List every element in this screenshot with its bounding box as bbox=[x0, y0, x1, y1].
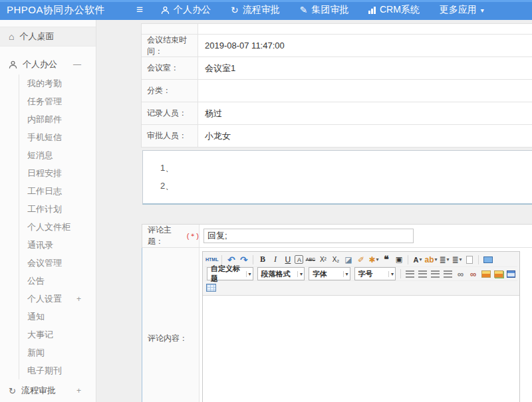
collapse-icon[interactable]: — bbox=[73, 60, 81, 69]
sidebar-item-meeting-management[interactable]: 会议管理 bbox=[19, 254, 96, 272]
edit-icon: ✎ bbox=[300, 5, 308, 15]
font-color-button[interactable]: A▾ bbox=[412, 254, 423, 265]
sidebar-item-label: 会议管理 bbox=[27, 257, 62, 269]
highlight-color-button[interactable]: ab▾ bbox=[424, 254, 437, 265]
person-icon bbox=[9, 60, 17, 69]
unordered-list-glyph: ≣ bbox=[452, 255, 458, 264]
rich-text-editor: HTML ↶ ↷ B I U A ABC X² X₂ ◪ bbox=[202, 251, 520, 402]
sidebar-item-sms[interactable]: 手机短信 bbox=[19, 128, 96, 146]
align-left-button[interactable] bbox=[404, 268, 416, 280]
nav-workflow-approval[interactable]: ↻ 流程审批 bbox=[231, 4, 280, 16]
content-line: 2、 bbox=[160, 177, 532, 195]
insert-media-button[interactable] bbox=[505, 268, 517, 280]
align-right-button[interactable] bbox=[430, 268, 441, 280]
toolbar-separator bbox=[253, 255, 253, 264]
sidebar-item-contacts[interactable]: 通讯录 bbox=[19, 236, 96, 254]
chevron-down-icon: ▾ bbox=[447, 256, 450, 262]
sidebar-group-personal-office[interactable]: 个人办公 — bbox=[0, 54, 96, 74]
sidebar-item-news[interactable]: 新闻 bbox=[19, 344, 96, 361]
highlight-glyph: ab bbox=[424, 255, 434, 264]
palette-glyph: ✱ bbox=[368, 255, 375, 264]
insert-image-button[interactable] bbox=[480, 268, 491, 280]
ordered-list-button[interactable]: ≣▾ bbox=[438, 254, 450, 265]
insert-table-button[interactable] bbox=[205, 282, 217, 294]
nav-more-apps[interactable]: 更多应用 ▾ bbox=[440, 4, 484, 16]
row-value: 会议室1 bbox=[198, 57, 532, 79]
menu-toggle-icon[interactable]: ≡ bbox=[126, 3, 153, 17]
palette-icon[interactable]: ✱▾ bbox=[368, 254, 379, 265]
sidebar-group-workflow[interactable]: ↻ 流程审批 + bbox=[0, 381, 96, 401]
unordered-list-button[interactable]: ≣▾ bbox=[451, 254, 462, 265]
sidebar-item-label: 工作计划 bbox=[27, 203, 62, 215]
toolbar-row-3 bbox=[205, 280, 517, 294]
sidebar-item-label: 新闻 bbox=[27, 347, 45, 359]
sidebar-submenu: 我的考勤 任务管理 内部邮件 手机短信 短消息 日程安排 工作日志 工作计划 个… bbox=[19, 74, 96, 379]
align-justify-button[interactable] bbox=[442, 268, 454, 280]
nav-personal-office[interactable]: 个人办公 bbox=[161, 4, 211, 16]
sidebar-item-work-plan[interactable]: 工作计划 bbox=[19, 200, 96, 218]
sidebar-item-e-journal[interactable]: 电子期刊 bbox=[19, 361, 96, 379]
font-size-select[interactable]: 字号▾ bbox=[354, 267, 396, 280]
image-icon bbox=[481, 270, 491, 278]
subscript-button[interactable]: X₂ bbox=[330, 254, 341, 265]
sidebar-item-label: 大事记 bbox=[27, 329, 53, 341]
sidebar-item-major-events[interactable]: 大事记 bbox=[19, 326, 96, 344]
strikethrough-button[interactable]: ABC bbox=[305, 254, 316, 265]
format-brush-icon[interactable]: ✐ bbox=[355, 254, 366, 265]
sidebar-item-work-log[interactable]: 工作日志 bbox=[19, 182, 96, 200]
new-page-button[interactable] bbox=[464, 254, 475, 265]
paragraph-format-select[interactable]: 段落格式▾ bbox=[257, 267, 305, 280]
nav-label: 集团审批 bbox=[311, 4, 348, 16]
sidebar-item-personal-settings[interactable]: 个人设置+ bbox=[19, 290, 96, 308]
sidebar-item-schedule[interactable]: 日程安排 bbox=[19, 164, 96, 182]
row-value: 杨过 bbox=[198, 102, 532, 124]
nav-crm-system[interactable]: CRM系统 bbox=[368, 4, 419, 16]
sidebar-item-attendance[interactable]: 我的考勤 bbox=[19, 74, 96, 92]
heading-select[interactable]: 自定义标题▾ bbox=[207, 267, 253, 280]
remove-format-icon[interactable]: ◪ bbox=[342, 254, 354, 265]
sidebar-item-label: 任务管理 bbox=[27, 96, 62, 108]
sidebar-item-internal-mail[interactable]: 内部邮件 bbox=[19, 110, 96, 128]
align-center-button[interactable] bbox=[417, 268, 428, 280]
expand-icon[interactable]: + bbox=[76, 386, 81, 395]
expand-icon[interactable]: + bbox=[76, 294, 81, 304]
row-value: 小龙女 bbox=[198, 125, 532, 147]
sidebar-item-desktop[interactable]: ⌂ 个人桌面 bbox=[0, 27, 96, 47]
comment-subject-input[interactable] bbox=[203, 229, 414, 243]
person-icon bbox=[161, 6, 170, 15]
top-header: PHPOA协同办公软件 ≡ 个人办公 ↻ 流程审批 ✎ 集团审批 CRM系统 更… bbox=[0, 0, 532, 20]
sidebar-item-tasks[interactable]: 任务管理 bbox=[19, 92, 96, 110]
paste-from-word-icon[interactable]: ▣ bbox=[393, 254, 404, 265]
editor-content-area[interactable] bbox=[203, 296, 519, 402]
insert-link-icon[interactable]: ∞ bbox=[455, 268, 466, 280]
sidebar-item-short-message[interactable]: 短消息 bbox=[19, 146, 96, 164]
comment-content-cell: HTML ↶ ↷ B I U A ABC X² X₂ ◪ bbox=[200, 248, 532, 402]
font-style-button[interactable]: A bbox=[295, 255, 303, 264]
app-logo: PHPOA协同办公软件 bbox=[0, 4, 126, 17]
table-grid-icon bbox=[206, 284, 216, 292]
blockquote-button[interactable]: ❝ bbox=[380, 254, 392, 265]
sidebar-item-label: 手机短信 bbox=[27, 132, 62, 144]
bold-button[interactable]: B bbox=[257, 254, 268, 265]
sidebar-group-label: 个人办公 bbox=[23, 58, 57, 70]
home-icon: ⌂ bbox=[9, 32, 14, 41]
nav-label: 个人办公 bbox=[174, 4, 211, 16]
sidebar-item-file-cabinet[interactable]: 个人文件柜 bbox=[19, 218, 96, 236]
media-icon bbox=[507, 270, 515, 278]
sidebar-item-notices[interactable]: 通知 bbox=[19, 308, 96, 326]
multi-image-button[interactable] bbox=[493, 268, 504, 280]
sidebar-item-label: 公告 bbox=[27, 275, 45, 287]
superscript-button[interactable]: X² bbox=[317, 254, 329, 265]
remove-link-icon[interactable]: ∞ bbox=[467, 268, 479, 280]
chevron-down-icon: ▾ bbox=[460, 256, 462, 262]
chevron-down-icon: ▾ bbox=[434, 256, 437, 262]
font-color-glyph: A bbox=[413, 256, 418, 264]
italic-button[interactable]: I bbox=[269, 254, 281, 265]
nav-group-approval[interactable]: ✎ 集团审批 bbox=[300, 4, 349, 16]
fullscreen-button[interactable] bbox=[482, 254, 493, 265]
underline-button[interactable]: U bbox=[282, 254, 293, 265]
font-family-select[interactable]: 字体▾ bbox=[309, 267, 350, 280]
nav-label: 流程审批 bbox=[243, 4, 280, 16]
bar-chart-icon bbox=[368, 7, 376, 14]
sidebar-item-announcements[interactable]: 公告 bbox=[19, 272, 96, 290]
